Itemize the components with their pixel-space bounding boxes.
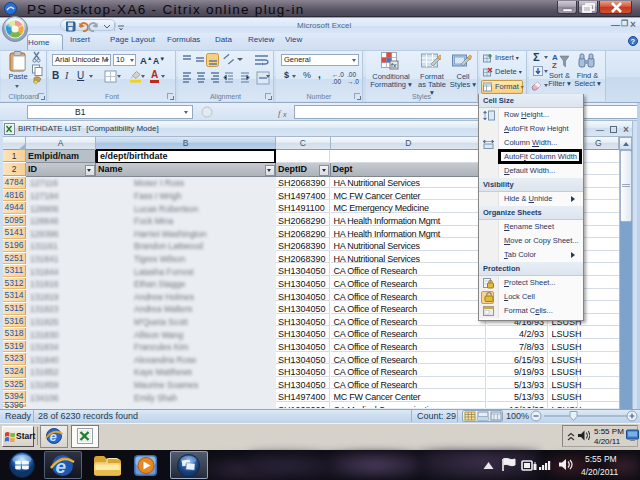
svg-text:?: ?: [631, 37, 636, 46]
svg-text:fx: fx: [391, 62, 397, 69]
svg-text:f: f: [278, 108, 282, 118]
svg-text:Z: Z: [552, 61, 557, 69]
svg-text:x: x: [282, 111, 287, 118]
